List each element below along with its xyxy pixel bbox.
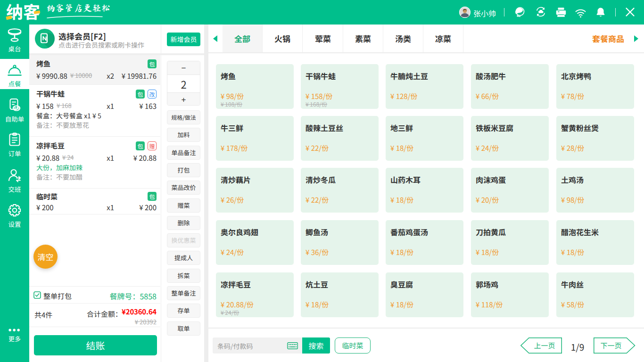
svg-text:上一页: 上一页 <box>534 340 555 350</box>
svg-text:自助: 自助 <box>14 106 20 110</box>
svg-text:下一页: 下一页 <box>600 340 621 350</box>
